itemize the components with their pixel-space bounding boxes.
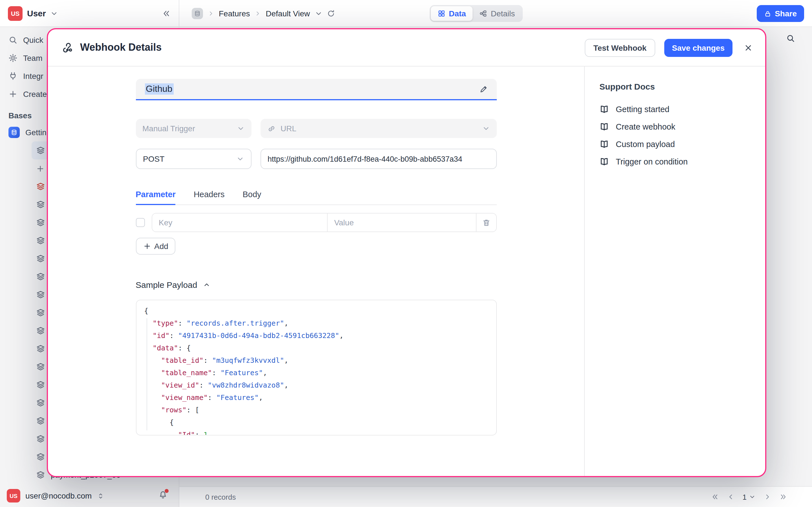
caret-sort-icon (97, 492, 104, 499)
page-selector[interactable]: 1 (743, 493, 756, 501)
sidebar-item-label: Quick (23, 36, 43, 45)
method-select[interactable]: POST (136, 149, 251, 169)
param-value-input[interactable] (327, 214, 476, 231)
chevron-up-icon (203, 281, 210, 288)
tab-parameter[interactable]: Parameter (136, 190, 175, 205)
chevron-down-icon[interactable] (314, 9, 322, 17)
support-link-getting-started[interactable]: Getting started (599, 100, 751, 118)
table-icon (36, 344, 45, 353)
book-icon (599, 104, 609, 114)
support-link-label: Create webhook (616, 122, 675, 131)
table-icon (36, 416, 45, 425)
tab-details[interactable]: Details (473, 6, 522, 21)
url-type-value: URL (281, 124, 296, 133)
link-icon (267, 124, 275, 133)
modal-title: Webhook Details (80, 42, 161, 54)
table-icon (36, 452, 45, 461)
book-icon (599, 122, 609, 131)
notifications-button[interactable] (158, 490, 167, 501)
notification-dot (165, 489, 168, 493)
base-icon (8, 127, 20, 138)
workspace-switcher[interactable]: US User (0, 0, 179, 26)
tab-headers[interactable]: Headers (194, 190, 225, 205)
pencil-icon[interactable] (479, 85, 488, 93)
search-icon (8, 36, 17, 45)
book-icon (599, 157, 609, 166)
user-email: user@nocodb.com (26, 491, 92, 500)
topbar: US User Features Default View Data Detai… (0, 0, 812, 27)
details-icon (479, 10, 488, 17)
support-link-create-webhook[interactable]: Create webhook (599, 118, 751, 135)
url-type-select[interactable]: URL (260, 119, 497, 138)
table-icon (36, 200, 45, 209)
param-key-input[interactable] (152, 214, 327, 231)
pagination: 1 (711, 493, 787, 501)
support-link-label: Trigger on condition (616, 157, 688, 166)
trash-icon (482, 218, 490, 227)
chevron-down-icon (236, 155, 244, 163)
parameter-row (136, 213, 497, 232)
test-webhook-button[interactable]: Test Webhook (585, 39, 655, 57)
chevron-down-icon (237, 124, 245, 132)
chevron-down-icon (50, 9, 58, 17)
tab-body[interactable]: Body (243, 190, 261, 205)
collapse-sidebar-icon[interactable] (162, 9, 171, 18)
plus-icon (143, 242, 151, 250)
user-avatar: US (7, 489, 20, 503)
table-icon (36, 218, 45, 227)
close-icon (744, 43, 753, 52)
tab-data[interactable]: Data (431, 6, 473, 21)
first-page-icon[interactable] (711, 493, 719, 501)
support-docs-title: Support Docs (599, 82, 751, 91)
sample-payload-code: { "type": "records.after.trigger", "id":… (136, 300, 497, 436)
modal-body: Github Manual Trigger URL (48, 66, 765, 476)
table-icon (36, 380, 45, 389)
sample-payload-toggle[interactable]: Sample Payload (136, 280, 497, 290)
plus-icon (8, 90, 17, 99)
app: US User Features Default View Data Detai… (0, 0, 812, 507)
refresh-icon[interactable] (327, 9, 335, 17)
workspace-name: User (27, 8, 46, 18)
table-icon (36, 272, 45, 281)
row-checkbox[interactable] (136, 218, 145, 227)
sidebar-item-label: Team (23, 54, 42, 62)
save-changes-button[interactable]: Save changes (664, 39, 732, 57)
support-docs-panel: Support Docs Getting startedCreate webho… (584, 66, 765, 476)
table-icon (36, 470, 45, 480)
breadcrumb-view[interactable]: Default View (266, 9, 310, 18)
base-icon (192, 8, 203, 19)
workspace-avatar: US (8, 6, 22, 20)
prev-page-icon[interactable] (727, 493, 735, 501)
table-icon (36, 308, 45, 317)
plug-icon (8, 71, 17, 80)
modal-header: Webhook Details Test Webhook Save change… (48, 29, 765, 66)
database-icon (11, 129, 17, 136)
support-link-custom-payload[interactable]: Custom payload (599, 135, 751, 153)
webhook-modal: Webhook Details Test Webhook Save change… (47, 28, 766, 477)
last-page-icon[interactable] (779, 493, 787, 501)
table-icon (36, 398, 45, 407)
webhook-name-input[interactable]: Github (136, 79, 497, 100)
sample-payload-label: Sample Payload (136, 280, 197, 290)
book-icon (599, 139, 609, 149)
table-icon (36, 290, 45, 299)
table-icon (36, 254, 45, 263)
account-row[interactable]: US user@nocodb.com (0, 485, 179, 507)
delete-row-button[interactable] (476, 214, 496, 231)
records-count: 0 records (205, 493, 236, 501)
next-page-icon[interactable] (763, 493, 771, 501)
support-links: Getting startedCreate webhookCustom payl… (599, 100, 751, 170)
webhook-url-input[interactable] (260, 149, 497, 169)
trigger-select[interactable]: Manual Trigger (136, 119, 251, 138)
chevron-right-icon (207, 10, 214, 17)
table-icon (36, 146, 45, 155)
breadcrumb-table[interactable]: Features (219, 9, 250, 18)
support-link-trigger-on-condition[interactable]: Trigger on condition (599, 153, 751, 170)
view-mode-tabs: Data Details (430, 5, 523, 22)
add-parameter-button[interactable]: Add (136, 238, 175, 255)
close-modal-button[interactable] (744, 43, 753, 52)
table-icon (36, 326, 45, 335)
search-icon[interactable] (786, 34, 795, 43)
trigger-value: Manual Trigger (142, 124, 195, 133)
share-button[interactable]: Share (757, 5, 804, 22)
